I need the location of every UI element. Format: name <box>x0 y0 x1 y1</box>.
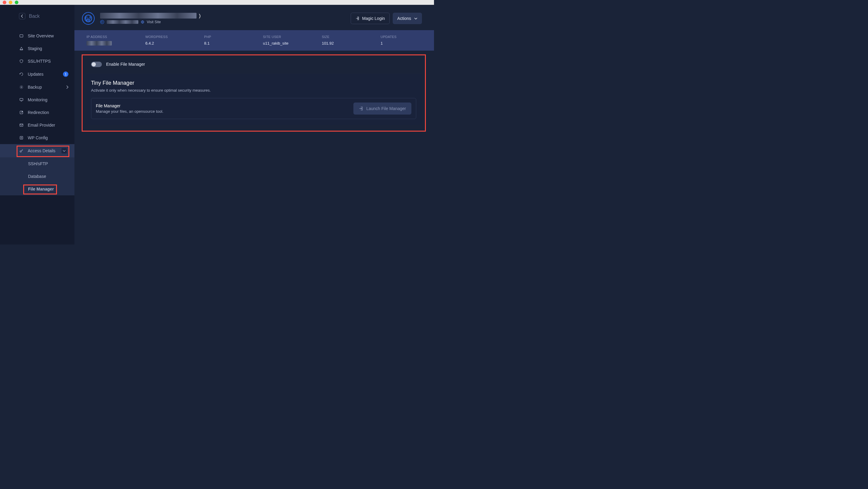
stat-value: u11_rakib_site <box>263 41 311 46</box>
back-row: Back <box>0 13 74 19</box>
sidebar-item-label: SSH/sFTP <box>28 161 48 166</box>
sidebar-item-redirection[interactable]: Redirection <box>0 106 74 119</box>
stat-label: UPDATES <box>381 35 429 39</box>
cloud-icon <box>100 20 104 24</box>
maximize-window-button[interactable] <box>15 1 19 4</box>
sidebar-item-label: Site Overview <box>28 33 54 38</box>
svg-point-1 <box>21 87 22 88</box>
sidebar-item-site-overview[interactable]: Site Overview <box>0 30 74 42</box>
stat-value: 101.92 <box>322 41 370 46</box>
sidebar-item-label: Staging <box>28 46 42 51</box>
toggle-knob <box>92 62 96 67</box>
sidebar-item-label: Redirection <box>28 110 49 115</box>
site-host-redacted <box>107 20 138 24</box>
site-name-paren: ) <box>199 13 201 19</box>
svg-rect-2 <box>20 98 23 100</box>
visit-row: Visit Site <box>100 20 345 24</box>
content-area: Enable File Manager Tiny File Manager Ac… <box>74 51 434 133</box>
actions-button[interactable]: Actions <box>393 13 422 24</box>
svg-rect-0 <box>20 35 23 37</box>
refresh-icon <box>19 72 24 76</box>
ip-redacted <box>87 41 112 45</box>
svg-rect-5 <box>20 136 23 139</box>
header-actions: Magic Login Actions <box>351 13 422 24</box>
stat-value: 8.1 <box>204 41 252 46</box>
stat-label: PHP <box>204 35 252 39</box>
site-info: ) Visit Site <box>100 13 345 24</box>
mail-icon <box>19 123 24 127</box>
highlight-file-manager-nav <box>23 184 57 194</box>
minimize-window-button[interactable] <box>9 1 12 4</box>
stat-site-user: SITE USER u11_rakib_site <box>257 30 316 51</box>
overview-icon <box>19 34 24 38</box>
sidebar-item-ssh-sftp[interactable]: SSH/sFTP <box>0 157 74 170</box>
sidebar-item-label: SSL/HTTPS <box>28 59 51 64</box>
magic-login-button[interactable]: Magic Login <box>351 13 390 24</box>
stat-label: IP ADDRESS <box>87 35 134 39</box>
chevron-left-icon <box>21 14 24 18</box>
enable-file-manager-toggle[interactable] <box>91 62 102 67</box>
back-label: Back <box>29 13 40 19</box>
updates-badge: 1 <box>63 71 68 77</box>
stat-updates: UPDATES 1 <box>375 30 434 51</box>
gear-icon <box>19 85 24 89</box>
shield-icon <box>19 59 24 63</box>
chevron-right-icon <box>66 85 68 89</box>
stat-php: PHP 8.1 <box>198 30 257 51</box>
stat-wordpress: WORDPRESS 6.4.2 <box>140 30 198 51</box>
globe-icon <box>141 20 144 24</box>
sidebar-item-label: Database <box>28 174 46 179</box>
site-name-row: ) <box>100 13 345 19</box>
stat-label: SIZE <box>322 35 370 39</box>
magic-login-label: Magic Login <box>362 16 385 21</box>
sidebar-item-label: Monitoring <box>28 97 47 102</box>
chevron-down-icon <box>414 18 417 20</box>
sidebar-item-updates[interactable]: Updates 1 <box>0 67 74 81</box>
sidebar-item-database[interactable]: Database <box>0 170 74 183</box>
back-button[interactable] <box>19 13 25 19</box>
wordpress-icon <box>84 14 93 23</box>
stat-label: WORDPRESS <box>145 35 193 39</box>
actions-label: Actions <box>397 16 411 21</box>
stat-value: 1 <box>381 41 429 46</box>
sidebar: Back Site Overview Staging SSL/HTTPS Upd… <box>0 5 74 245</box>
app-root: Back Site Overview Staging SSL/HTTPS Upd… <box>0 5 434 245</box>
stat-value: 6.4.2 <box>145 41 193 46</box>
stats-bar: IP ADDRESS WORDPRESS 6.4.2 PHP 8.1 SITE … <box>74 30 434 51</box>
sidebar-item-label: Email Provider <box>28 123 55 127</box>
wordpress-logo <box>82 12 95 25</box>
svg-point-6 <box>21 137 22 139</box>
highlight-access-details <box>17 146 69 157</box>
close-window-button[interactable] <box>3 1 6 4</box>
sidebar-item-label: Backup <box>28 85 42 90</box>
sidebar-item-ssl-https[interactable]: SSL/HTTPS <box>0 55 74 67</box>
sidebar-item-wp-config[interactable]: WP Config <box>0 131 74 144</box>
external-link-icon <box>19 110 24 115</box>
login-icon <box>355 16 360 21</box>
site-header: ) Visit Site Magic Login Actions <box>74 5 434 30</box>
sidebar-item-label: Updates <box>28 72 43 77</box>
stat-value-ip <box>87 41 134 45</box>
config-icon <box>19 136 24 140</box>
highlight-file-manager-panel <box>82 55 426 132</box>
main-content: ) Visit Site Magic Login Actions <box>74 5 434 245</box>
sidebar-item-email-provider[interactable]: Email Provider <box>0 119 74 131</box>
sidebar-item-staging[interactable]: Staging <box>0 42 74 55</box>
stat-size: SIZE 101.92 <box>316 30 375 51</box>
stat-ip: IP ADDRESS <box>74 30 140 51</box>
staging-icon <box>19 47 24 51</box>
monitor-icon <box>19 98 24 102</box>
sidebar-item-backup[interactable]: Backup <box>0 81 74 93</box>
stat-label: SITE USER <box>263 35 311 39</box>
visit-site-link[interactable]: Visit Site <box>147 20 161 24</box>
window-chrome <box>0 0 434 5</box>
sidebar-item-monitoring[interactable]: Monitoring <box>0 93 74 106</box>
sidebar-item-label: WP Config <box>28 135 48 140</box>
site-name-redacted <box>100 13 196 19</box>
